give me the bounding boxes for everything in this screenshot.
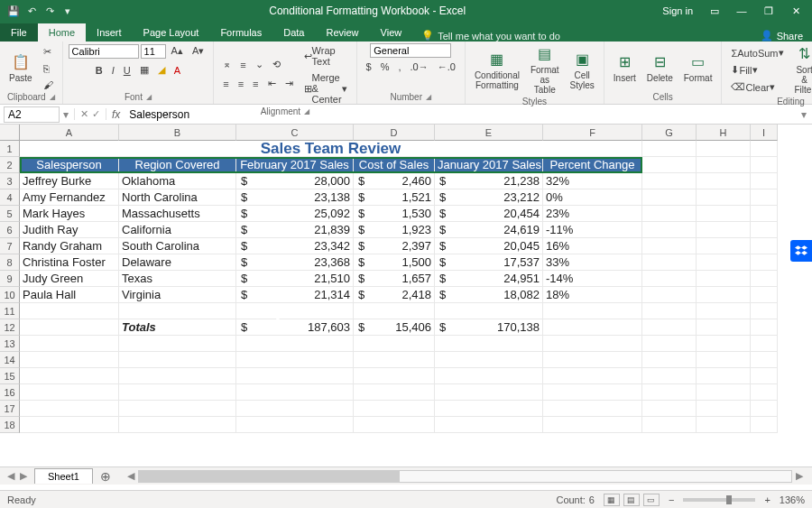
copy-button[interactable]: ⎘: [40, 61, 57, 76]
minimize-button[interactable]: —: [729, 2, 754, 20]
data-cell[interactable]: $23,368: [236, 254, 354, 271]
table-header-cell[interactable]: Region Covered: [119, 157, 236, 173]
empty-cell[interactable]: [642, 417, 697, 433]
tab-formulas[interactable]: Formulas: [209, 23, 272, 42]
tell-me-search[interactable]: 💡 Tell me what you want to do: [412, 30, 751, 42]
row-header[interactable]: 2: [0, 157, 20, 173]
row-header[interactable]: 1: [0, 141, 20, 157]
data-cell[interactable]: $2,460: [354, 173, 435, 189]
data-cell[interactable]: $21,510: [236, 271, 354, 287]
empty-cell[interactable]: [697, 401, 751, 417]
data-cell[interactable]: $1,530: [354, 206, 435, 222]
row-header[interactable]: 15: [0, 368, 20, 384]
empty-cell[interactable]: [751, 368, 778, 384]
empty-cell[interactable]: [543, 303, 642, 319]
empty-cell[interactable]: [236, 303, 354, 319]
table-header-cell[interactable]: February 2017 Sales: [236, 157, 354, 173]
font-dialog-launcher[interactable]: ◢: [146, 93, 152, 101]
row-header[interactable]: 13: [0, 336, 20, 352]
empty-cell[interactable]: [642, 336, 697, 352]
empty-cell[interactable]: [751, 303, 778, 319]
data-cell[interactable]: $21,314: [236, 287, 354, 303]
data-cell[interactable]: 33%: [543, 254, 642, 271]
name-box[interactable]: [4, 106, 60, 123]
column-header[interactable]: B: [119, 125, 236, 141]
empty-cell[interactable]: [751, 157, 778, 173]
empty-cell[interactable]: [642, 238, 697, 254]
empty-cell[interactable]: [751, 173, 778, 189]
normal-view-button[interactable]: ▦: [604, 494, 620, 506]
paste-button[interactable]: 📋 Paste: [5, 51, 36, 85]
empty-cell[interactable]: [20, 303, 119, 319]
empty-cell[interactable]: [236, 352, 354, 368]
data-cell[interactable]: Randy Graham: [20, 238, 119, 254]
empty-cell[interactable]: [751, 238, 778, 254]
empty-cell[interactable]: [697, 238, 751, 254]
fx-icon[interactable]: fx: [106, 108, 125, 121]
decrease-font-button[interactable]: A▾: [189, 43, 208, 59]
column-header[interactable]: A: [20, 125, 119, 141]
empty-cell[interactable]: [642, 368, 697, 384]
data-cell[interactable]: $2,397: [354, 238, 435, 254]
data-cell[interactable]: $1,923: [354, 222, 435, 238]
zoom-level[interactable]: 136%: [780, 494, 805, 505]
empty-cell[interactable]: [543, 319, 642, 336]
data-cell[interactable]: 16%: [543, 238, 642, 254]
empty-cell[interactable]: [543, 368, 642, 384]
empty-cell[interactable]: [751, 319, 778, 336]
data-cell[interactable]: $21,839: [236, 222, 354, 238]
empty-cell[interactable]: [751, 336, 778, 352]
empty-cell[interactable]: [697, 271, 751, 287]
underline-button[interactable]: U: [120, 63, 134, 78]
align-bottom-button[interactable]: ⌄: [252, 57, 267, 72]
empty-cell[interactable]: [642, 189, 697, 206]
tab-view[interactable]: View: [370, 23, 413, 42]
empty-cell[interactable]: [236, 336, 354, 352]
data-cell[interactable]: -14%: [543, 271, 642, 287]
empty-cell[interactable]: [543, 384, 642, 401]
format-painter-button[interactable]: 🖌: [40, 78, 57, 92]
name-box-dropdown[interactable]: ▾: [63, 108, 74, 121]
data-cell[interactable]: 23%: [543, 206, 642, 222]
empty-cell[interactable]: [119, 401, 236, 417]
empty-cell[interactable]: [642, 401, 697, 417]
column-header[interactable]: C: [236, 125, 354, 141]
empty-cell[interactable]: [697, 303, 751, 319]
align-middle-button[interactable]: ≡: [236, 58, 249, 72]
empty-cell[interactable]: [435, 417, 543, 433]
page-layout-view-button[interactable]: ▤: [623, 494, 640, 506]
row-header[interactable]: 8: [0, 254, 20, 271]
empty-cell[interactable]: [751, 141, 778, 157]
worksheet-grid[interactable]: ABCDEFGHI1Sales Team Review2SalespersonR…: [0, 125, 812, 467]
fill-color-button[interactable]: ◢: [154, 62, 169, 78]
clipboard-dialog-launcher[interactable]: ◢: [50, 93, 55, 101]
data-cell[interactable]: 0%: [543, 189, 642, 206]
empty-cell[interactable]: [236, 401, 354, 417]
empty-cell[interactable]: [354, 384, 435, 401]
empty-cell[interactable]: [642, 254, 697, 271]
empty-cell[interactable]: [751, 352, 778, 368]
percent-format-button[interactable]: %: [377, 60, 393, 74]
wrap-text-button[interactable]: ↩ Wrap Text: [300, 43, 351, 69]
data-cell[interactable]: $2,418: [354, 287, 435, 303]
redo-icon[interactable]: ↷: [43, 5, 56, 17]
empty-cell[interactable]: [642, 157, 697, 173]
empty-cell[interactable]: [642, 206, 697, 222]
data-cell[interactable]: $28,000: [236, 173, 354, 189]
zoom-in-button[interactable]: +: [764, 494, 770, 505]
empty-cell[interactable]: [697, 287, 751, 303]
empty-cell[interactable]: [119, 303, 236, 319]
zoom-out-button[interactable]: −: [669, 494, 674, 505]
empty-cell[interactable]: [751, 287, 778, 303]
data-cell[interactable]: $24,951: [435, 271, 543, 287]
sort-filter-button[interactable]: ⇅Sort & Filter: [791, 43, 813, 97]
row-header[interactable]: 11: [0, 303, 20, 319]
column-header[interactable]: G: [642, 125, 697, 141]
empty-cell[interactable]: [119, 336, 236, 352]
close-button[interactable]: ✕: [783, 2, 808, 20]
empty-cell[interactable]: [642, 287, 697, 303]
empty-cell[interactable]: [697, 206, 751, 222]
table-header-cell[interactable]: January 2017 Sales: [435, 157, 543, 173]
data-cell[interactable]: Virginia: [119, 287, 236, 303]
empty-cell[interactable]: [20, 336, 119, 352]
